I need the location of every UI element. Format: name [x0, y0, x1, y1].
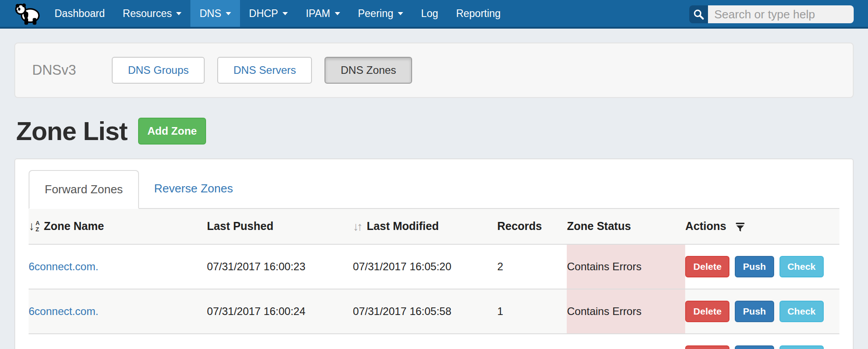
zones-table: ↓AZZone NameLast Pushed↓↑Last ModifiedRe… — [29, 209, 839, 349]
sort-icon: ↓↑ — [353, 221, 361, 232]
caret-down-icon — [282, 12, 288, 15]
dns-servers-button[interactable]: DNS Servers — [217, 57, 312, 84]
nav-item-peering[interactable]: Peering — [349, 0, 412, 27]
zone-status-cell — [567, 334, 685, 349]
dnsv3-panel: DNSv3 DNS GroupsDNS ServersDNS Zones — [14, 43, 854, 98]
zone-name-cell: 6connect.com. — [29, 289, 207, 334]
last-pushed-cell — [207, 334, 353, 349]
actions-cell: DeletePushCheck — [685, 244, 839, 289]
top-navbar: DashboardResourcesDNSDHCPIPAMPeeringLogR… — [0, 0, 868, 29]
last-modified-cell: 07/31/2017 16:05:58 — [353, 289, 497, 334]
check-button[interactable]: Check — [780, 301, 824, 322]
page-heading-row: Zone List Add Zone — [16, 116, 854, 146]
actions-cell: DeletePushCheck — [685, 289, 839, 334]
nav-item-ipam[interactable]: IPAM — [297, 0, 349, 27]
dns-groups-button[interactable]: DNS Groups — [112, 57, 205, 84]
check-button[interactable]: Check — [780, 256, 824, 277]
nav-item-label: IPAM — [306, 8, 330, 20]
nav-item-dashboard[interactable]: Dashboard — [46, 0, 114, 27]
actions-cell: DeletePushCheck — [685, 334, 839, 349]
records-cell: 1 — [497, 289, 567, 334]
column-label: Zone Status — [567, 220, 631, 233]
table-body: 6connect.com.07/31/2017 16:00:2307/31/20… — [29, 244, 839, 349]
push-button[interactable]: Push — [735, 256, 774, 277]
column-header-actions[interactable]: Actions — [685, 209, 839, 244]
nav-item-dhcp[interactable]: DHCP — [240, 0, 297, 27]
column-label: Records — [497, 220, 542, 233]
zone-name-link[interactable]: 6connect.com. — [29, 260, 98, 272]
zone-name-cell: aaExample.com. — [29, 334, 207, 349]
nav-item-resources[interactable]: Resources — [114, 0, 191, 27]
sort-alpha-asc-icon: ↓AZ — [29, 220, 40, 232]
records-cell: 2 — [497, 334, 567, 349]
search-bar — [689, 5, 854, 23]
column-label: Last Pushed — [207, 220, 274, 233]
zone-name-cell: 6connect.com. — [29, 244, 207, 289]
push-button[interactable]: Push — [735, 301, 774, 322]
table-row: 6connect.com.07/31/2017 16:00:2407/31/20… — [29, 289, 839, 334]
column-header-last-modified[interactable]: ↓↑Last Modified — [353, 209, 497, 244]
column-header-last-pushed: Last Pushed — [207, 209, 353, 244]
caret-down-icon — [335, 12, 340, 15]
table-row: 6connect.com.07/31/2017 16:00:2307/31/20… — [29, 244, 839, 289]
last-pushed-cell: 07/31/2017 16:00:24 — [207, 289, 353, 334]
column-label: Actions — [685, 220, 726, 233]
nav-item-log[interactable]: Log — [412, 0, 447, 27]
caret-down-icon — [398, 12, 403, 15]
last-modified-cell: 07/31/2017 16:05:20 — [353, 244, 497, 289]
panda-logo-icon — [14, 2, 41, 26]
add-zone-button[interactable]: Add Zone — [138, 118, 206, 145]
delete-button[interactable]: Delete — [685, 301, 729, 322]
nav-item-label: Log — [421, 8, 438, 20]
page-title: Zone List — [16, 116, 127, 146]
nav-item-dns[interactable]: DNS — [190, 0, 240, 27]
nav-item-label: Resources — [123, 8, 172, 20]
check-button[interactable]: Check — [780, 345, 824, 349]
dns-nav-buttons: DNS GroupsDNS ServersDNS Zones — [112, 57, 425, 84]
filter-icon — [735, 222, 746, 233]
delete-button[interactable]: Delete — [685, 345, 729, 349]
zone-name-link[interactable]: 6connect.com. — [29, 305, 98, 317]
zone-tabs: Forward ZonesReverse Zones — [29, 170, 839, 209]
table-row: aaExample.com.06/29/2017 17:47:492Delete… — [29, 334, 839, 349]
delete-button[interactable]: Delete — [685, 256, 729, 277]
tab-forward-zones[interactable]: Forward Zones — [29, 170, 139, 209]
nav-item-label: Peering — [358, 8, 393, 20]
caret-down-icon — [176, 12, 181, 15]
nav-item-label: Reporting — [456, 8, 501, 20]
zone-status-cell: Contains Errors — [567, 244, 685, 289]
nav-item-label: Dashboard — [55, 8, 105, 20]
zone-list-card: Forward ZonesReverse Zones ↓AZZone NameL… — [14, 158, 854, 349]
column-label: Zone Name — [44, 220, 104, 233]
zone-status-cell: Contains Errors — [567, 289, 685, 334]
column-label: Last Modified — [367, 220, 439, 233]
dns-zones-button[interactable]: DNS Zones — [324, 57, 412, 84]
caret-down-icon — [226, 12, 231, 15]
column-header-records: Records — [497, 209, 567, 244]
table-header: ↓AZZone NameLast Pushed↓↑Last ModifiedRe… — [29, 209, 839, 244]
last-pushed-cell: 07/31/2017 16:00:23 — [207, 244, 353, 289]
column-header-zone-status: Zone Status — [567, 209, 685, 244]
table-header-row: ↓AZZone NameLast Pushed↓↑Last ModifiedRe… — [29, 209, 839, 244]
column-header-zone-name[interactable]: ↓AZZone Name — [29, 209, 207, 244]
search-icon[interactable] — [689, 5, 708, 23]
nav-item-label: DNS — [199, 8, 221, 20]
records-cell: 2 — [497, 244, 567, 289]
push-button[interactable]: Push — [735, 345, 774, 349]
nav-item-reporting[interactable]: Reporting — [447, 0, 510, 27]
section-title: DNSv3 — [32, 62, 76, 78]
tab-reverse-zones[interactable]: Reverse Zones — [139, 170, 248, 208]
nav-menu: DashboardResourcesDNSDHCPIPAMPeeringLogR… — [46, 0, 510, 27]
last-modified-cell: 06/29/2017 17:47:49 — [353, 334, 497, 349]
nav-item-label: DHCP — [249, 8, 278, 20]
search-input[interactable] — [708, 5, 854, 23]
